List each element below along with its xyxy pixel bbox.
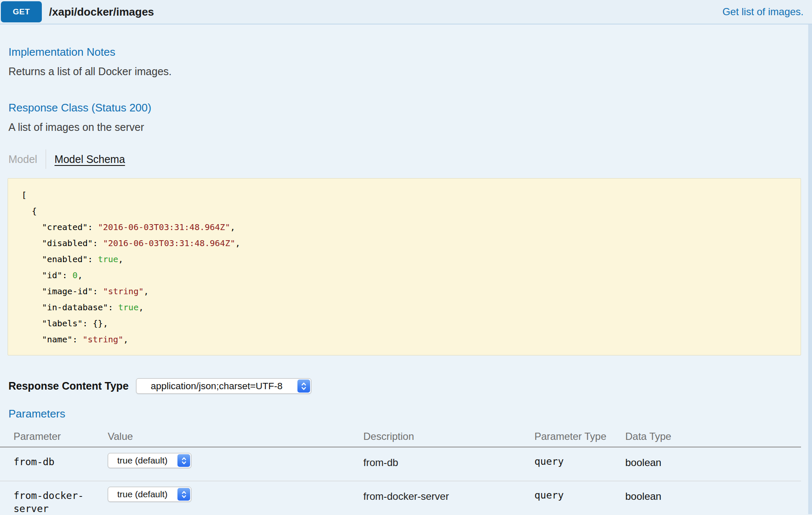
- operation-heading-bar: GET /xapi/docker/images Get list of imag…: [0, 0, 812, 24]
- select-chevrons-icon: [177, 488, 190, 501]
- column-header-description: Description: [363, 431, 534, 442]
- param-value-select[interactable]: true (default): [108, 453, 191, 468]
- code-line: "in-database": true,: [22, 299, 796, 315]
- param-value-selected: true (default): [108, 487, 177, 501]
- tab-model-schema[interactable]: Model Schema: [54, 153, 125, 165]
- param-type: query: [534, 453, 625, 481]
- code-line: "name": "string",: [22, 331, 796, 347]
- response-content-type-row: Response Content Type application/json;c…: [8, 378, 812, 394]
- model-tabs: Model Model Schema: [8, 149, 812, 169]
- code-line: "labels": {},: [22, 315, 796, 331]
- implementation-notes-text: Returns a list of all Docker images.: [8, 65, 812, 78]
- response-content-type-select[interactable]: application/json;charset=UTF-8: [136, 378, 311, 394]
- column-header-parameter: Parameter: [14, 431, 108, 442]
- implementation-notes-heading: Implementation Notes: [0, 24, 812, 59]
- table-row: from-docker-server true (default) from-d…: [0, 481, 801, 515]
- response-class-heading: Response Class (Status 200): [0, 101, 812, 114]
- param-data-type: boolean: [625, 487, 801, 515]
- endpoint-path-link[interactable]: /xapi/docker/images: [49, 5, 154, 19]
- code-line: "created": "2016-06-03T03:31:48.964Z",: [22, 219, 796, 235]
- param-type: query: [534, 487, 625, 515]
- parameters-table-header: Parameter Value Description Parameter Ty…: [0, 420, 801, 447]
- column-header-parameter-type: Parameter Type: [534, 431, 625, 442]
- code-line: [: [22, 187, 796, 203]
- code-line: "disabled": "2016-06-03T03:31:48.964Z",: [22, 235, 796, 251]
- select-chevrons-icon: [177, 454, 190, 467]
- operation-content: Implementation Notes Returns a list of a…: [0, 24, 812, 514]
- model-schema-code: [ { "created": "2016-06-03T03:31:48.964Z…: [8, 178, 801, 355]
- column-header-value: Value: [108, 431, 363, 442]
- http-method-badge[interactable]: GET: [1, 1, 42, 22]
- select-chevrons-icon: [297, 379, 310, 393]
- response-content-type-value: application/json;charset=UTF-8: [136, 379, 297, 393]
- tab-divider: [46, 149, 46, 169]
- param-name: from-db: [14, 453, 108, 481]
- param-data-type: boolean: [625, 453, 801, 481]
- param-value-select[interactable]: true (default): [108, 487, 191, 502]
- param-description: from-docker-server: [363, 487, 534, 515]
- column-header-data-type: Data Type: [625, 431, 801, 442]
- table-row: from-db true (default) from-db query boo…: [0, 447, 801, 481]
- response-class-subtitle: A list of images on the server: [8, 121, 812, 133]
- parameters-heading: Parameters: [0, 407, 812, 420]
- param-description: from-db: [363, 453, 534, 481]
- response-content-type-label: Response Content Type: [8, 380, 128, 392]
- right-edge-strip: [808, 24, 812, 514]
- operation-summary-link[interactable]: Get list of images.: [722, 6, 804, 18]
- code-line: "enabled": true,: [22, 251, 796, 267]
- code-line: "image-id": "string",: [22, 283, 796, 299]
- tab-model[interactable]: Model: [8, 153, 46, 165]
- param-value-selected: true (default): [108, 453, 177, 468]
- param-name: from-docker-server: [14, 487, 108, 515]
- code-line: "id": 0,: [22, 267, 796, 283]
- code-line: {: [22, 203, 796, 219]
